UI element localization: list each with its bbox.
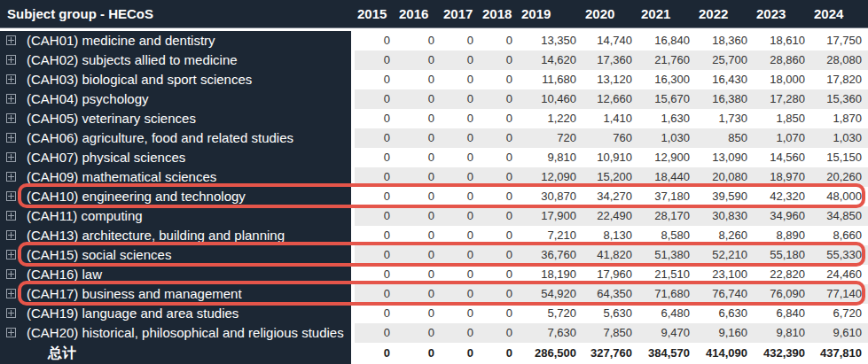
cell-2021: 16,840 bbox=[638, 31, 696, 50]
cell-2022: 1,730 bbox=[696, 109, 754, 128]
cell-2015: 0 bbox=[355, 284, 396, 304]
cell-2024: 20,260 bbox=[811, 167, 868, 187]
row-label: (CAH07) physical sciences bbox=[23, 148, 355, 167]
year-header-2019[interactable]: 2019 bbox=[519, 0, 583, 27]
expand-cell bbox=[0, 31, 23, 50]
corner-header[interactable]: Subject group - HECoS bbox=[0, 0, 355, 27]
table-row[interactable]: (CAH11) computing000017,90022,49028,1703… bbox=[0, 206, 868, 226]
expand-plus-icon[interactable] bbox=[6, 250, 16, 259]
cell-2017: 0 bbox=[441, 187, 480, 206]
year-header-2017[interactable]: 2017 bbox=[441, 0, 480, 27]
expand-plus-icon[interactable] bbox=[6, 133, 16, 143]
expand-plus-icon[interactable] bbox=[6, 152, 16, 162]
table-header-row: Subject group - HECoS 2015 2016 2017 201… bbox=[0, 0, 868, 27]
cell-2019: 14,620 bbox=[519, 50, 583, 70]
cell-2018: 0 bbox=[480, 128, 519, 148]
year-header-2016[interactable]: 2016 bbox=[396, 0, 441, 27]
expand-plus-icon[interactable] bbox=[6, 55, 16, 65]
table-body: (CAH01) medicine and dentistry000013,350… bbox=[0, 31, 868, 364]
cell-2024: 8,660 bbox=[811, 226, 868, 245]
expand-plus-icon[interactable] bbox=[6, 94, 16, 104]
cell-2018: 0 bbox=[480, 31, 519, 50]
cell-2020: 41,820 bbox=[583, 245, 638, 265]
cell-2017: 0 bbox=[441, 265, 480, 284]
cell-2019: 30,870 bbox=[519, 187, 583, 206]
cell-2017: 0 bbox=[441, 128, 480, 148]
expand-cell bbox=[0, 343, 23, 364]
expand-plus-icon[interactable] bbox=[6, 328, 16, 337]
expand-plus-icon[interactable] bbox=[6, 113, 16, 123]
cell-2016: 0 bbox=[396, 265, 441, 284]
cell-2019: 7,630 bbox=[519, 323, 583, 343]
row-label: (CAH01) medicine and dentistry bbox=[23, 31, 355, 50]
cell-2021: 21,510 bbox=[638, 265, 696, 284]
expand-plus-icon[interactable] bbox=[6, 191, 16, 201]
expand-plus-icon[interactable] bbox=[6, 308, 16, 318]
expand-cell bbox=[0, 245, 23, 265]
year-header-2021[interactable]: 2021 bbox=[638, 0, 696, 27]
expand-plus-icon[interactable] bbox=[6, 211, 16, 221]
year-header-2020[interactable]: 2020 bbox=[583, 0, 638, 27]
cell-2018: 0 bbox=[480, 245, 519, 265]
table-row[interactable]: (CAH16) law000018,19017,96021,51023,1002… bbox=[0, 265, 868, 284]
cell-2023: 28,860 bbox=[754, 50, 811, 70]
table-row[interactable]: (CAH20) historical, philosophical and re… bbox=[0, 323, 868, 343]
expand-plus-icon[interactable] bbox=[6, 35, 16, 45]
table-row[interactable]: (CAH04) psychology000010,46012,66015,670… bbox=[0, 89, 868, 109]
cell-2017: 0 bbox=[441, 31, 480, 50]
cell-2019: 12,090 bbox=[519, 167, 583, 187]
expand-plus-icon[interactable] bbox=[6, 230, 16, 240]
expand-cell bbox=[0, 226, 23, 245]
cell-2019: 7,210 bbox=[519, 226, 583, 245]
cell-2016: 0 bbox=[396, 128, 441, 148]
cell-2015: 0 bbox=[355, 31, 396, 50]
expand-plus-icon[interactable] bbox=[6, 172, 16, 182]
cell-2022: 16,380 bbox=[696, 89, 754, 109]
year-header-2015[interactable]: 2015 bbox=[355, 0, 396, 27]
cell-2021: 1,030 bbox=[638, 128, 696, 148]
table-row[interactable]: (CAH15) social sciences000036,76041,8205… bbox=[0, 245, 868, 265]
table-row[interactable]: (CAH02) subjects allied to medicine00001… bbox=[0, 50, 868, 70]
cell-2017: 0 bbox=[441, 206, 480, 226]
cell-2022: 16,430 bbox=[696, 70, 754, 89]
table-row[interactable]: (CAH07) physical sciences00009,81010,910… bbox=[0, 148, 868, 167]
cell-2016: 0 bbox=[396, 148, 441, 167]
cell-2021: 21,760 bbox=[638, 50, 696, 70]
year-header-2018[interactable]: 2018 bbox=[480, 0, 519, 27]
year-header-2022[interactable]: 2022 bbox=[696, 0, 754, 27]
table-row[interactable]: (CAH03) biological and sport sciences000… bbox=[0, 70, 868, 89]
cell-2022: 6,630 bbox=[696, 304, 754, 323]
cell-2018: 0 bbox=[480, 109, 519, 128]
table-row[interactable]: (CAH05) veterinary sciences00001,2201,41… bbox=[0, 109, 868, 128]
cell-2016: 0 bbox=[396, 284, 441, 304]
cell-2024: 34,850 bbox=[811, 206, 868, 226]
year-header-2023[interactable]: 2023 bbox=[754, 0, 811, 27]
cell-2019: 5,720 bbox=[519, 304, 583, 323]
cell-2020: 15,200 bbox=[583, 167, 638, 187]
cell-2023: 8,890 bbox=[754, 226, 811, 245]
expand-plus-icon[interactable] bbox=[6, 74, 16, 84]
row-label: (CAH15) social sciences bbox=[23, 245, 355, 265]
table-row[interactable]: (CAH01) medicine and dentistry000013,350… bbox=[0, 31, 868, 50]
total-row[interactable]: 总计0000286,500327,760384,570414,090432,39… bbox=[0, 343, 868, 364]
row-label: 总计 bbox=[23, 343, 355, 364]
cell-2024: 437,810 bbox=[811, 343, 868, 364]
expand-plus-icon[interactable] bbox=[6, 289, 16, 298]
cell-2018: 0 bbox=[480, 167, 519, 187]
row-label: (CAH02) subjects allied to medicine bbox=[23, 50, 355, 70]
table-row[interactable]: (CAH06) agriculture, food and related st… bbox=[0, 128, 868, 148]
cell-2015: 0 bbox=[355, 206, 396, 226]
table-row[interactable]: (CAH13) architecture, building and plann… bbox=[0, 226, 868, 245]
expand-cell bbox=[0, 50, 23, 70]
expand-plus-icon[interactable] bbox=[6, 269, 16, 279]
table-row[interactable]: (CAH09) mathematical sciences000012,0901… bbox=[0, 167, 868, 187]
cell-2017: 0 bbox=[441, 284, 480, 304]
cell-2019: 1,220 bbox=[519, 109, 583, 128]
cell-2024: 15,360 bbox=[811, 89, 868, 109]
table-row[interactable]: (CAH17) business and management000054,92… bbox=[0, 284, 868, 304]
cell-2023: 432,390 bbox=[754, 343, 811, 364]
table-row[interactable]: (CAH19) language and area studies00005,7… bbox=[0, 304, 868, 323]
table-row[interactable]: (CAH10) engineering and technology000030… bbox=[0, 187, 868, 206]
cell-2024: 48,000 bbox=[811, 187, 868, 206]
year-header-2024[interactable]: 2024 bbox=[811, 0, 868, 27]
